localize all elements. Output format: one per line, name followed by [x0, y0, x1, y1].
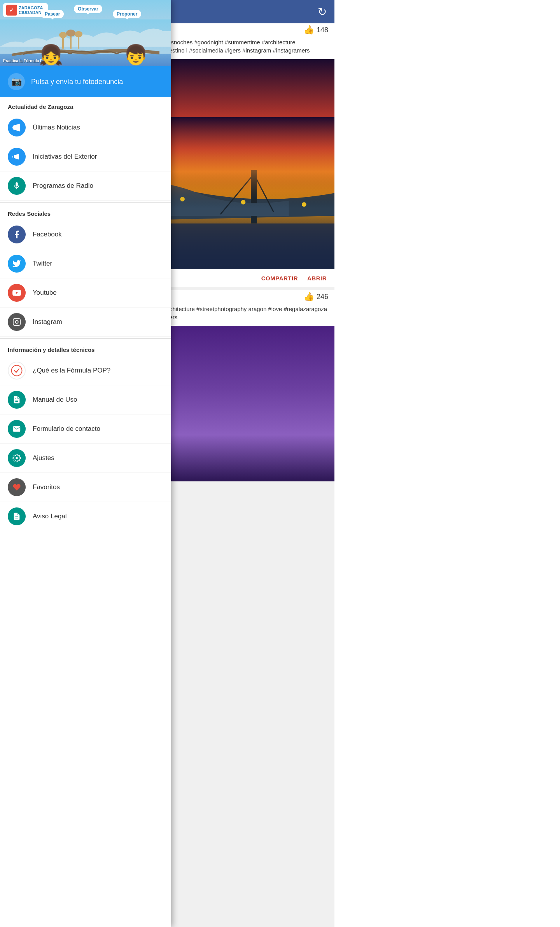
- logo-check-icon: ✓: [6, 5, 17, 16]
- character-right: 👦: [124, 44, 148, 66]
- svg-rect-26: [13, 318, 20, 325]
- menu-label-radio: Programas de Radio: [33, 182, 93, 190]
- section-actualidad: Actualidad de Zaragoza: [0, 97, 171, 113]
- favorites-icon: [8, 478, 26, 496]
- menu-label-facebook: Facebook: [33, 231, 62, 238]
- svg-point-19: [59, 32, 67, 38]
- photo-report-button[interactable]: 📷 Pulsa y envía tu fotodenuncia: [0, 66, 171, 97]
- menu-item-instagram[interactable]: Instagram: [0, 308, 171, 337]
- like-icon-1: 👍: [304, 25, 314, 35]
- svg-point-31: [16, 457, 18, 459]
- menu-item-favoritos[interactable]: Favoritos: [0, 473, 171, 502]
- svg-point-21: [66, 30, 75, 37]
- menu-label-ultimas-noticias: Últimas Noticias: [33, 124, 80, 131]
- manual-icon: [8, 391, 26, 409]
- camera-icon: 📷: [8, 73, 25, 90]
- formula-pop-icon: [8, 362, 26, 380]
- megaphone-icon: [8, 119, 26, 136]
- bubble-observar: Observar: [74, 5, 102, 13]
- menu-item-ultimas-noticias[interactable]: Últimas Noticias: [0, 113, 171, 142]
- menu-item-formula-pop[interactable]: ¿Qué es la Fórmula POP?: [0, 356, 171, 385]
- contact-icon: [8, 420, 26, 438]
- section-divider-2: [0, 338, 171, 339]
- drawer-header-banner: ✓ ZARAGOZA CIUDADANA Pasear Observar Pro…: [0, 0, 171, 66]
- menu-item-formulario-contacto[interactable]: Formulario de contacto: [0, 415, 171, 444]
- menu-item-youtube[interactable]: Youtube: [0, 278, 171, 308]
- menu-item-iniciativas-exterior[interactable]: Iniciativas del Exterior: [0, 142, 171, 171]
- open-button-1[interactable]: ABRIR: [307, 275, 327, 282]
- logo-line1: ZARAGOZA: [19, 5, 45, 10]
- photo-report-label: Pulsa y envía tu fotodenuncia: [31, 78, 123, 86]
- menu-item-twitter[interactable]: Twitter: [0, 249, 171, 278]
- twitter-icon: [8, 255, 26, 273]
- share-button-1[interactable]: COMPARTIR: [261, 275, 298, 282]
- menu-item-ajustes[interactable]: Ajustes: [0, 444, 171, 473]
- menu-label-aviso-legal: Aviso Legal: [33, 512, 67, 520]
- menu-label-youtube: Youtube: [33, 289, 57, 297]
- nav-drawer: ✓ ZARAGOZA CIUDADANA Pasear Observar Pro…: [0, 0, 171, 927]
- menu-item-programas-radio[interactable]: Programas de Radio: [0, 171, 171, 201]
- bubble-pasear: Pasear: [41, 10, 64, 18]
- svg-point-23: [75, 31, 82, 37]
- instagram-icon: [8, 313, 26, 331]
- menu-label-ajustes: Ajustes: [33, 454, 54, 462]
- menu-item-manual-uso[interactable]: Manual de Uso: [0, 385, 171, 415]
- like-icon-2: 👍: [304, 292, 314, 302]
- character-left: 👧: [39, 44, 63, 66]
- menu-label-manual: Manual de Uso: [33, 396, 77, 404]
- like-count-1: 148: [317, 26, 328, 34]
- legal-icon: [8, 507, 26, 525]
- refresh-icon[interactable]: ↻: [318, 5, 327, 18]
- menu-label-contacto: Formulario de contacto: [33, 425, 100, 433]
- menu-label-twitter: Twitter: [33, 260, 52, 268]
- like-count-2: 246: [317, 293, 328, 301]
- youtube-icon: [8, 284, 26, 302]
- menu-label-formula-pop: ¿Qué es la Fórmula POP?: [33, 367, 110, 374]
- microphone-icon: [8, 177, 26, 195]
- menu-label-favoritos: Favoritos: [33, 483, 60, 491]
- menu-item-facebook[interactable]: Facebook: [0, 220, 171, 249]
- section-info: Información y detalles técnicos: [0, 340, 171, 356]
- menu-label-instagram: Instagram: [33, 318, 62, 326]
- bubble-proponer: Proponer: [113, 10, 141, 18]
- menu-item-aviso-legal[interactable]: Aviso Legal: [0, 502, 171, 531]
- section-redes: Redes Sociales: [0, 204, 171, 220]
- section-divider-1: [0, 202, 171, 203]
- megaphone2-icon: [8, 148, 26, 166]
- svg-point-28: [12, 366, 22, 376]
- settings-icon: [8, 449, 26, 467]
- menu-label-iniciativas: Iniciativas del Exterior: [33, 153, 97, 161]
- facebook-icon: [8, 226, 26, 243]
